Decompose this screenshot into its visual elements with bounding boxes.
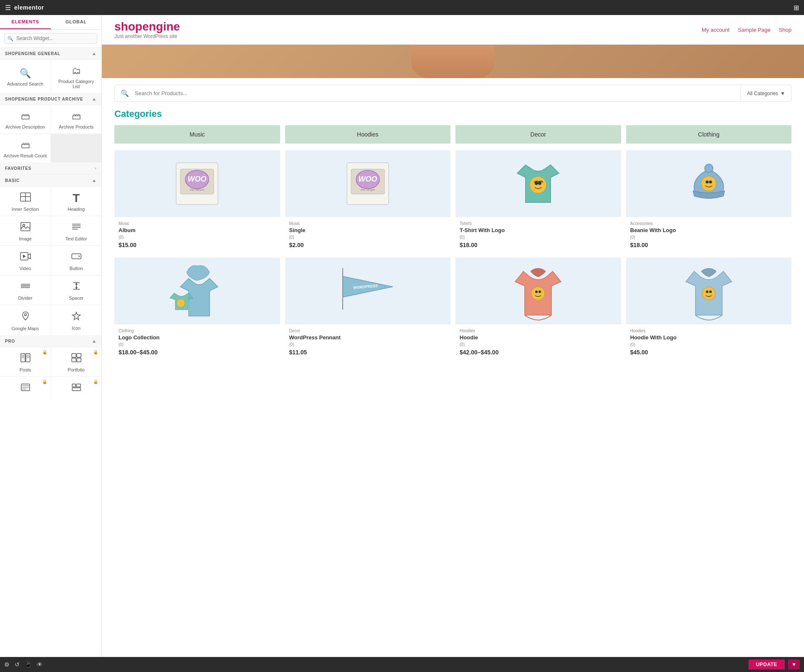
widget-archive-description[interactable]: 🗃 Archive Description xyxy=(0,105,51,134)
product-name-tshirt[interactable]: T-Shirt With Logo xyxy=(460,227,617,233)
product-price-album: $15.00 xyxy=(119,242,276,248)
product-img-logo-collection xyxy=(114,258,280,324)
top-bar: ☰ elementor ⊞ xyxy=(0,0,804,15)
svg-point-66 xyxy=(539,291,541,293)
widget-google-maps[interactable]: Google Maps xyxy=(0,305,51,335)
hamburger-icon[interactable]: ☰ xyxy=(5,4,11,12)
category-card-decor[interactable]: Decor xyxy=(455,125,621,144)
advanced-search-icon: 🔍 xyxy=(20,68,31,79)
svg-rect-40 xyxy=(72,384,76,387)
svg-text:WOO: WOO xyxy=(358,175,377,183)
section-basic[interactable]: BASIC ▲ xyxy=(0,174,101,187)
product-info-logo-collection: Clothing Logo Collection (0) $18.00–$45.… xyxy=(114,324,280,360)
widget-google-maps-label: Google Maps xyxy=(12,326,39,331)
widget-heading[interactable]: T Heading xyxy=(51,187,101,216)
sidebar-content: SHOPENGINE GENERAL ▲ 🔍 Advanced Search 🗂… xyxy=(0,48,101,657)
product-info-beanie: Accessories Beanie With Logo (0) $18.00 xyxy=(626,217,792,253)
svg-rect-32 xyxy=(72,354,76,357)
product-name-hoodie-logo[interactable]: Hoodie With Logo xyxy=(630,334,788,341)
heading-icon: T xyxy=(73,192,80,204)
widget-archive-result-count[interactable]: 🗃 Archive Result Count xyxy=(0,134,51,162)
widget-pro-4[interactable]: 🔒 xyxy=(51,377,101,401)
eye-icon[interactable]: 👁 xyxy=(37,661,43,668)
product-name-hoodie[interactable]: Hoodie xyxy=(460,334,617,341)
widget-posts[interactable]: 🔒 Posts xyxy=(0,347,51,376)
widget-inner-section[interactable]: Inner Section xyxy=(0,187,51,216)
widget-product-category-list[interactable]: 🗂 Product Category List xyxy=(51,60,101,93)
widget-product-category-list-label: Product Category List xyxy=(54,79,98,89)
nav-sample-page[interactable]: Sample Page xyxy=(738,27,771,33)
section-shopengine-product-archive[interactable]: SHOPENGINE PRODUCT ARCHIVE ▲ xyxy=(0,93,101,105)
widget-spacer-label: Spacer xyxy=(69,296,83,301)
nav-my-account[interactable]: My account xyxy=(702,27,729,33)
product-img-hoodie-logo xyxy=(626,258,792,324)
nav-shop[interactable]: Shop xyxy=(779,27,791,33)
search-input[interactable] xyxy=(4,33,97,44)
search-bar-icon: 🔍 xyxy=(115,85,135,101)
tab-global[interactable]: GLOBAL xyxy=(51,15,102,29)
category-card-music[interactable]: Music xyxy=(114,125,280,144)
svg-rect-3 xyxy=(21,222,30,231)
section-shopengine-general[interactable]: SHOPENGINE GENERAL ▲ xyxy=(0,48,101,60)
archive-result-count-icon: 🗃 xyxy=(21,140,30,151)
chevron-up-icon-4: ▲ xyxy=(92,339,96,344)
widget-text-editor[interactable]: Text Editor xyxy=(51,216,101,245)
toolbar-left: ⚙ ↺ 📱 👁 xyxy=(4,661,43,668)
svg-marker-23 xyxy=(72,312,80,320)
widget-button[interactable]: Button xyxy=(51,246,101,275)
top-bar-grid[interactable]: ⊞ xyxy=(794,4,799,12)
basic-widgets: Inner Section T Heading Image Text E xyxy=(0,187,101,335)
product-price-tshirt: $18.00 xyxy=(460,242,617,248)
widget-icon[interactable]: Icon xyxy=(51,305,101,335)
widget-spacer[interactable]: Spacer xyxy=(51,275,101,305)
product-info-hoodie: Hoodies Hoodie (0) $42.00–$45.00 xyxy=(455,324,621,360)
sidebar-search: 🔍 xyxy=(0,30,101,48)
category-dropdown[interactable]: All Categories ▼ xyxy=(741,86,791,101)
tab-elements[interactable]: ELEMENTS xyxy=(0,15,51,29)
widget-archive-products[interactable]: 🗃 Archive Products xyxy=(51,105,101,134)
widget-image[interactable]: Image xyxy=(0,216,51,245)
product-category-hoodie: Hoodies xyxy=(460,328,617,333)
svg-line-13 xyxy=(78,256,80,257)
product-rating-logo-collection: (0) xyxy=(119,342,276,347)
product-rating-hoodie: (0) xyxy=(460,342,617,347)
update-button[interactable]: UPDATE xyxy=(748,659,785,669)
widget-button-label: Button xyxy=(70,266,83,271)
svg-point-64 xyxy=(531,287,545,300)
content-inner: shopengine Just another WordPress site M… xyxy=(102,15,804,657)
widget-portfolio[interactable]: 🔒 Portfolio xyxy=(51,347,101,376)
products-row1: WOO the album Music Album (0) $15.00 xyxy=(114,150,791,253)
product-category-hoodie-logo: Hoodies xyxy=(630,328,788,333)
product-name-logo-collection[interactable]: Logo Collection xyxy=(119,334,276,341)
product-name-single[interactable]: Single xyxy=(289,227,447,233)
svg-point-53 xyxy=(530,177,546,193)
settings-icon[interactable]: ⚙ xyxy=(4,661,10,668)
widget-divider[interactable]: Divider xyxy=(0,275,51,305)
widget-advanced-search[interactable]: 🔍 Advanced Search xyxy=(0,60,51,93)
product-search-input[interactable] xyxy=(135,86,741,101)
update-arrow-button[interactable]: ▼ xyxy=(788,659,800,669)
svg-point-59 xyxy=(709,181,712,184)
archive-description-icon: 🗃 xyxy=(21,111,30,122)
category-card-clothing[interactable]: Clothing xyxy=(626,125,792,144)
product-name-pennant[interactable]: WordPress Pennant xyxy=(289,334,447,341)
widget-pro-3[interactable]: 🔒 xyxy=(0,377,51,401)
section-pro[interactable]: PRO ▲ xyxy=(0,335,101,347)
responsive-icon[interactable]: 📱 xyxy=(25,661,32,668)
widget-archive-products-label: Archive Products xyxy=(59,124,94,129)
widget-video[interactable]: Video xyxy=(0,246,51,275)
section-favorites[interactable]: FAVORITES › xyxy=(0,162,101,174)
category-card-hoodies[interactable]: Hoodies xyxy=(285,125,451,144)
search-icon: 🔍 xyxy=(8,36,13,41)
product-name-album[interactable]: Album xyxy=(119,227,276,233)
product-name-beanie[interactable]: Beanie With Logo xyxy=(630,227,788,233)
svg-rect-42 xyxy=(72,388,81,391)
svg-point-57 xyxy=(701,176,716,191)
widget-posts-label: Posts xyxy=(20,367,31,372)
lock-icon-portfolio: 🔒 xyxy=(93,350,98,354)
history-icon[interactable]: ↺ xyxy=(15,661,20,668)
svg-point-60 xyxy=(177,299,185,307)
lock-icon-posts: 🔒 xyxy=(42,350,47,354)
top-bar-left: ☰ elementor xyxy=(5,4,44,12)
search-bar-wrap: 🔍 All Categories ▼ xyxy=(102,78,804,109)
